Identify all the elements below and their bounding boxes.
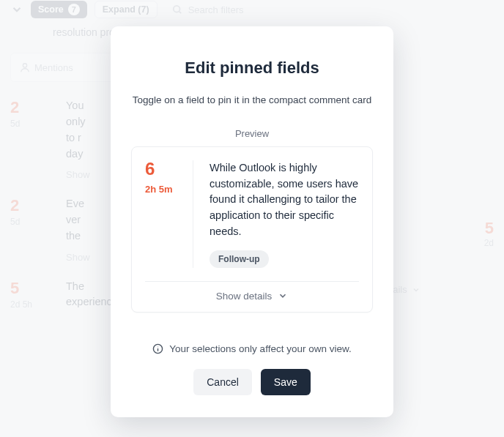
info-icon bbox=[152, 343, 163, 354]
save-button[interactable]: Save bbox=[261, 369, 311, 395]
info-note: Your selections only affect your own vie… bbox=[131, 343, 373, 354]
preview-score: 6 bbox=[145, 160, 187, 178]
preview-card: 6 2h 5m While Outlook is highly customiz… bbox=[131, 146, 373, 313]
modal-subtitle: Toggle on a field to pin it in the compa… bbox=[131, 94, 373, 108]
preview-show-details[interactable]: Show details bbox=[145, 291, 359, 302]
modal-title: Edit pinned fields bbox=[131, 59, 373, 78]
preview-tag: Follow-up bbox=[210, 250, 269, 268]
divider bbox=[145, 281, 359, 282]
edit-pinned-fields-modal: Edit pinned fields Toggle on a field to … bbox=[111, 26, 393, 417]
preview-age: 2h 5m bbox=[145, 184, 187, 195]
chevron-down-icon bbox=[278, 291, 288, 301]
cancel-button[interactable]: Cancel bbox=[193, 369, 252, 395]
preview-body: While Outlook is highly customizable, so… bbox=[210, 160, 359, 240]
preview-label: Preview bbox=[131, 128, 373, 139]
